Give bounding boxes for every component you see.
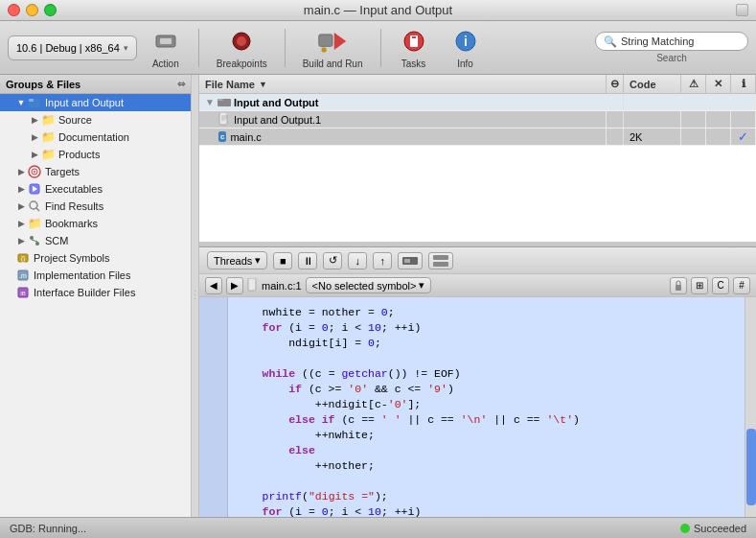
sidebar-item-documentation[interactable]: ▶ 📁 Documentation xyxy=(0,129,191,146)
nav-back-button[interactable]: ◀ xyxy=(205,277,222,294)
sidebar-item-interface-builder-files[interactable]: IB Interface Builder Files xyxy=(0,284,191,301)
sidebar-item-input-output[interactable]: ▼ Input and Output xyxy=(0,94,191,111)
build-status: Succeeded xyxy=(680,523,746,534)
sidebar-item-bookmarks[interactable]: ▶ 📁 Bookmarks xyxy=(0,215,191,232)
nav-hash-button[interactable]: # xyxy=(733,277,750,294)
svg-point-21 xyxy=(30,236,34,240)
sidebar-item-label: Find Results xyxy=(45,200,103,212)
sidebar-item-products[interactable]: ▶ 📁 Products xyxy=(0,146,191,163)
sidebar-header-label: Groups & Files xyxy=(6,79,80,90)
svg-rect-9 xyxy=(412,36,416,38)
sidebar-item-scm[interactable]: ▶ SCM xyxy=(0,232,191,249)
file-icon-io1 xyxy=(218,112,230,128)
info-icon: i xyxy=(450,26,481,57)
scrollbar-thumb[interactable] xyxy=(746,429,756,505)
breakpoint-toggle-button[interactable] xyxy=(398,252,423,269)
sidebar-item-label: Products xyxy=(58,149,100,160)
col-err-header[interactable]: ✕ xyxy=(706,75,731,93)
thread-selector[interactable]: Threads ▾ xyxy=(207,251,267,269)
stack-frame-button[interactable] xyxy=(428,252,453,269)
svg-rect-38 xyxy=(404,259,410,263)
col-filter-header[interactable]: ⊖ xyxy=(607,75,624,93)
svg-rect-4 xyxy=(319,35,332,46)
bookmark-icon: 📁 xyxy=(27,216,42,231)
step-down-button[interactable]: ↓ xyxy=(348,252,367,269)
nav-forward-button[interactable]: ▶ xyxy=(226,277,243,294)
nav-symbol-selector[interactable]: <No selected symbol> ▾ xyxy=(306,277,432,293)
maximize-button[interactable] xyxy=(44,4,57,16)
step-up-button[interactable]: ↑ xyxy=(373,252,392,269)
info-button[interactable]: i Info xyxy=(443,22,489,73)
file-group-name: ▼ Input and Output xyxy=(199,94,607,110)
search-box[interactable]: 🔍 xyxy=(595,32,748,51)
exec-icon xyxy=(27,181,42,197)
action-button[interactable]: Action xyxy=(143,22,189,73)
toolbar: 10.6 | Debug | x86_64 ▾ Action Breakpoi xyxy=(0,21,756,75)
svg-rect-39 xyxy=(433,255,448,260)
restart-button[interactable]: ↺ xyxy=(323,252,342,269)
svg-line-20 xyxy=(36,208,39,211)
build-run-button[interactable]: Build and Run xyxy=(295,22,371,73)
window-title: main.c — Input and Output xyxy=(304,3,452,17)
search-input[interactable] xyxy=(621,35,726,47)
nav-bar: ◀ ▶ main.c:1 <No selected symbol> ▾ xyxy=(199,274,756,297)
vertical-scrollbar[interactable] xyxy=(745,297,756,517)
scheme-selector[interactable]: 10.6 | Debug | x86_64 ▾ xyxy=(8,35,137,60)
stop-button[interactable]: ■ xyxy=(273,252,292,269)
tasks-icon xyxy=(399,26,429,57)
col-warn-header[interactable]: ⚠ xyxy=(681,75,706,93)
code-content[interactable]: nwhite = nother = 0; for (i = 0; i < 10;… xyxy=(228,297,745,517)
targets-icon xyxy=(27,164,42,179)
breakpoints-icon xyxy=(226,26,257,57)
sidebar-item-find-results[interactable]: ▶ Find Results xyxy=(0,198,191,215)
sidebar-item-label: SCM xyxy=(45,235,68,246)
resize-button[interactable] xyxy=(736,4,748,16)
file-row-io1[interactable]: Input and Output.1 xyxy=(199,111,756,129)
close-button[interactable] xyxy=(8,4,20,16)
sidebar-item-label: Input and Output xyxy=(45,97,124,108)
minimize-button[interactable] xyxy=(26,4,38,16)
ib-icon: IB xyxy=(15,285,31,300)
svg-marker-33 xyxy=(227,112,230,115)
svg-text:.m: .m xyxy=(19,272,27,279)
file-row-group[interactable]: ▼ Input and Output xyxy=(199,94,756,111)
disclosure-icon: ▶ xyxy=(29,114,40,126)
nav-lang-button[interactable]: C xyxy=(712,277,729,294)
stop-icon: ■ xyxy=(280,255,286,267)
col-info-header[interactable]: ℹ xyxy=(731,75,756,93)
folder-icon: 📁 xyxy=(40,112,56,128)
toolbar-sep-1 xyxy=(198,29,199,67)
nav-symbol-label: <No selected symbol> xyxy=(312,280,417,292)
scheme-arrow-icon: ▾ xyxy=(124,43,128,53)
file-row-mainc[interactable]: c main.c 2K ✓ xyxy=(199,129,756,146)
sidebar-item-label: Documentation xyxy=(58,131,129,143)
disclosure-icon: ▶ xyxy=(15,218,27,229)
svg-point-6 xyxy=(322,47,327,52)
nav-right-controls: ⊞ C # xyxy=(670,277,750,294)
col-code-header[interactable]: Code xyxy=(624,75,681,93)
build-status-label: Succeeded xyxy=(694,523,746,534)
sidebar-resize-handle[interactable]: ··· xyxy=(192,75,199,517)
search-label: Search xyxy=(656,53,687,63)
status-bar: GDB: Running... Succeeded xyxy=(0,517,756,538)
build-run-label: Build and Run xyxy=(303,58,363,69)
sidebar-item-targets[interactable]: ▶ Targets xyxy=(0,163,191,180)
breakpoints-button[interactable]: Breakpoints xyxy=(209,22,275,73)
col-filename-header[interactable]: File Name ▼ xyxy=(199,75,607,93)
sidebar-item-executables[interactable]: ▶ Executables xyxy=(0,180,191,198)
code-editor-container: nwhite = nother = 0; for (i = 0; i < 10;… xyxy=(199,297,756,517)
nav-lock-button[interactable] xyxy=(670,277,687,294)
tasks-button[interactable]: Tasks xyxy=(391,22,437,73)
info-label: Info xyxy=(457,58,473,69)
svg-text:{}: {} xyxy=(21,255,26,263)
svg-point-22 xyxy=(35,242,39,246)
svg-marker-5 xyxy=(334,33,346,50)
pause-button[interactable]: ⏸ xyxy=(298,252,317,269)
sidebar-item-implementation-files[interactable]: .m Implementation Files xyxy=(0,267,191,284)
sidebar-item-project-symbols[interactable]: {} Project Symbols xyxy=(0,249,191,267)
sidebar-item-source[interactable]: ▶ 📁 Source xyxy=(0,111,191,129)
file-name-io1: Input and Output.1 xyxy=(199,111,607,128)
nav-layout-button[interactable]: ⊞ xyxy=(691,277,708,294)
sidebar-resize-icon[interactable]: ⇔ xyxy=(177,79,185,89)
svg-marker-42 xyxy=(256,278,259,281)
